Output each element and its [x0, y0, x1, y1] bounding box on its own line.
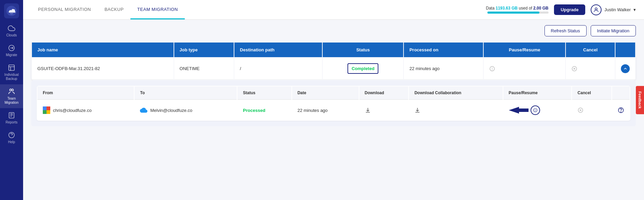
table-row: GSUITE-ODFB-Mar.31.2021-82 ONETIME / Com…	[32, 58, 635, 80]
initiate-migration-button[interactable]: Initiate Migration	[591, 25, 636, 36]
tab-team-migration[interactable]: TEAM MIGRATION	[130, 0, 184, 19]
nav-tabs: PERSONAL MIGRATION BACKUP TEAM MIGRATION	[31, 0, 185, 19]
sub-cell-status: Processed	[237, 100, 291, 120]
svg-rect-2	[9, 65, 15, 71]
sub-col-status: Status	[237, 86, 291, 100]
svg-rect-5	[9, 113, 14, 118]
sidebar-item-reports[interactable]: Reports	[0, 108, 23, 128]
sub-col-download-collab: Download Collaboration	[409, 86, 502, 100]
tab-backup[interactable]: BACKUP	[98, 0, 130, 19]
cell-status: Completed	[323, 58, 403, 80]
svg-point-10	[492, 69, 493, 70]
user-chevron: ▾	[633, 7, 636, 12]
upgrade-button[interactable]: Upgrade	[554, 4, 586, 15]
data-usage-text: Data 1193.63 GB used of 2.00 GB	[486, 6, 549, 11]
cell-job-type: ONETIME	[174, 58, 234, 80]
sub-col-pause-resume: Pause/Resume	[503, 86, 572, 100]
cell-job-name: GSUITE-ODFB-Mar.31.2021-82	[32, 58, 174, 80]
action-row: Refresh Status Initiate Migration	[31, 25, 636, 36]
cell-pause-resume	[484, 58, 565, 80]
svg-marker-20	[509, 107, 519, 114]
sub-cell-extra	[612, 100, 630, 120]
sub-status-badge: Processed	[243, 108, 265, 113]
data-usage-progress-fill	[487, 12, 539, 14]
app-logo	[4, 3, 19, 18]
svg-point-4	[12, 89, 14, 91]
sub-cell-download-collab	[409, 100, 502, 120]
sub-cell-download	[359, 100, 409, 120]
svg-rect-17	[47, 110, 50, 114]
top-nav: PERSONAL MIGRATION BACKUP TEAM MIGRATION…	[23, 0, 644, 20]
cell-processed-on: 22 minutes ago	[404, 58, 483, 80]
col-pause-resume: Pause/Resume	[484, 43, 565, 57]
main-table: Job name Job type Destination path Statu…	[31, 42, 636, 80]
pause-resume-button[interactable]	[489, 66, 495, 72]
download-collaboration-button[interactable]	[414, 107, 421, 113]
svg-rect-21	[519, 109, 529, 112]
col-destination-path: Destination path	[234, 43, 322, 57]
col-processed-on: Processed on	[404, 43, 483, 57]
sidebar-item-reports-label: Reports	[5, 120, 17, 124]
main-table-header: Job name Job type Destination path Statu…	[32, 43, 635, 57]
sub-table-body: chris@cloudfuze.co Melvin@cloudfuze	[37, 100, 630, 120]
sub-pause-resume-button[interactable]	[531, 105, 540, 115]
sidebar: Clouds Migrate Individual Backup Team Mi…	[0, 0, 23, 200]
arrow-annotation	[509, 105, 529, 115]
svg-rect-16	[43, 110, 47, 114]
col-cancel: Cancel	[566, 43, 615, 57]
sub-table-container: From To Status Date Download Download Co…	[31, 80, 636, 126]
feedback-tab[interactable]: Feedback	[636, 86, 644, 114]
svg-point-3	[10, 89, 12, 91]
svg-rect-14	[43, 106, 47, 110]
sub-cancel-button[interactable]	[577, 107, 584, 113]
sidebar-item-migrate-label: Migrate	[6, 53, 17, 57]
pause-resume-cell	[509, 105, 566, 115]
to-email: Melvin@cloudfuze.co	[150, 108, 192, 113]
sidebar-item-team-migration-label: Team Migration	[1, 97, 22, 105]
status-badge: Completed	[347, 63, 378, 74]
sidebar-item-individual-backup-label: Individual Backup	[1, 73, 22, 81]
from-cell: chris@cloudfuze.co	[43, 106, 128, 114]
download-button[interactable]	[365, 107, 371, 113]
col-job-type: Job type	[174, 43, 234, 57]
sub-col-download: Download	[359, 86, 409, 100]
sub-table: From To Status Date Download Download Co…	[37, 86, 630, 121]
sidebar-item-team-migration[interactable]: Team Migration	[0, 84, 23, 108]
expand-row-button[interactable]	[621, 64, 630, 73]
cancel-button[interactable]	[571, 66, 577, 72]
sidebar-item-help-label: Help	[8, 140, 15, 144]
page-body: Refresh Status Initiate Migration Job na…	[23, 20, 644, 200]
status-completed-text: Completed	[352, 66, 374, 71]
sidebar-item-individual-backup[interactable]: Individual Backup	[0, 61, 23, 84]
col-status: Status	[323, 43, 403, 57]
svg-point-24	[535, 111, 535, 111]
from-email: chris@cloudfuze.co	[53, 108, 92, 113]
user-menu[interactable]: Justin Walker ▾	[591, 4, 636, 15]
data-usage: Data 1193.63 GB used of 2.00 GB	[486, 6, 549, 14]
sidebar-item-help[interactable]: Help	[0, 128, 23, 148]
sub-cell-date: 22 minutes ago	[292, 100, 359, 120]
sub-extra-button[interactable]	[618, 107, 624, 114]
cell-cancel	[566, 58, 615, 80]
user-name: Justin Walker	[604, 7, 631, 12]
tab-personal-migration[interactable]: PERSONAL MIGRATION	[31, 0, 98, 19]
sub-table-row: chris@cloudfuze.co Melvin@cloudfuze	[37, 100, 630, 120]
svg-point-29	[621, 112, 621, 112]
sub-col-from: From	[37, 86, 134, 100]
user-avatar	[591, 4, 602, 15]
sub-cell-from: chris@cloudfuze.co	[37, 100, 134, 120]
to-cell: Melvin@cloudfuze.co	[140, 106, 231, 114]
sub-col-date: Date	[292, 86, 359, 100]
sub-col-extra	[612, 86, 630, 100]
col-expand	[615, 43, 635, 57]
google-icon	[43, 106, 50, 114]
sub-table-header: From To Status Date Download Download Co…	[37, 86, 630, 100]
sidebar-item-migrate[interactable]: Migrate	[0, 41, 23, 61]
sub-cell-pause-resume	[503, 100, 572, 120]
refresh-status-button[interactable]: Refresh Status	[544, 25, 587, 36]
cell-destination-path: /	[234, 58, 322, 80]
main-table-body: GSUITE-ODFB-Mar.31.2021-82 ONETIME / Com…	[32, 58, 635, 80]
sub-cell-cancel	[572, 100, 611, 120]
sidebar-item-clouds[interactable]: Clouds	[0, 21, 23, 41]
main-content: PERSONAL MIGRATION BACKUP TEAM MIGRATION…	[23, 0, 644, 200]
